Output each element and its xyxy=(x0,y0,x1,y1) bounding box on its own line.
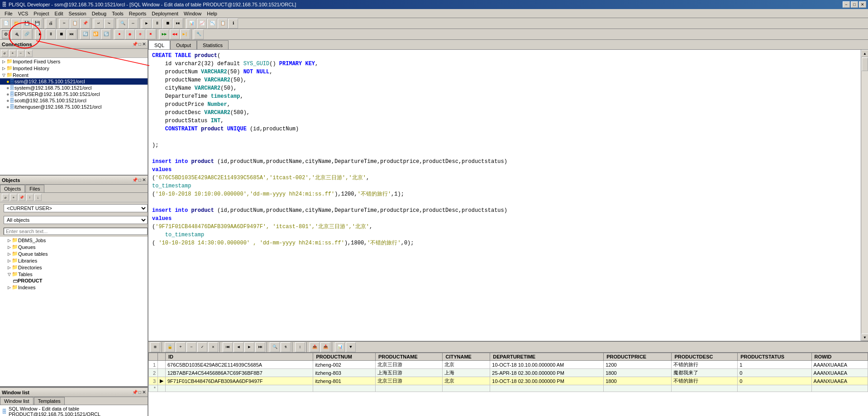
table-cell[interactable]: 上海 xyxy=(443,369,490,377)
toolbar-b9[interactable]: ℹ xyxy=(228,19,238,29)
objects-pin-icon[interactable]: 📌 xyxy=(132,177,138,182)
obj-add-btn[interactable]: + xyxy=(10,194,17,201)
table-cell[interactable]: 10-OCT-18 02.30.00.000000 PM xyxy=(490,377,604,385)
expand-icon[interactable]: ▽ xyxy=(6,272,12,277)
table-cell[interactable]: 0 xyxy=(738,369,811,377)
toolbar-open[interactable]: 📂 xyxy=(11,19,21,29)
dt-import-btn[interactable]: 📥 xyxy=(320,342,330,352)
toolbar-undo[interactable]: ↩ xyxy=(94,19,104,29)
tab-files[interactable]: Files xyxy=(25,185,44,192)
table-cell[interactable]: 1 xyxy=(738,361,811,369)
menu-help[interactable]: Help xyxy=(204,10,220,17)
toolbar2-b9[interactable]: 🔁 xyxy=(91,29,100,39)
table-cell[interactable] xyxy=(443,385,490,392)
table-cell[interactable]: itzheng-801 xyxy=(313,377,376,385)
col-cityname[interactable]: CITYNAME xyxy=(443,353,490,361)
tab-sql[interactable]: SQL xyxy=(148,40,170,49)
obj-queues[interactable]: ▷ 📁 Queues xyxy=(0,244,148,250)
toolbar2-b11[interactable]: 🔧 xyxy=(194,29,204,39)
table-cell[interactable]: 2 xyxy=(149,369,158,377)
obj-b2[interactable]: ↓ xyxy=(34,194,42,201)
connections-pin-icon[interactable]: 📌 xyxy=(132,42,138,47)
toolbar-b2[interactable]: ⏸ xyxy=(152,19,162,29)
toolbar2-red1[interactable]: ● xyxy=(114,29,124,39)
all-objects-dropdown[interactable]: All objects xyxy=(4,216,148,224)
tab-output[interactable]: Output xyxy=(170,40,197,49)
table-cell[interactable]: 1800 xyxy=(604,377,672,385)
dt-del-btn[interactable]: − xyxy=(186,342,196,352)
wl-close-icon[interactable]: ✕ xyxy=(142,390,146,395)
scroll-up-btn[interactable]: ▲ xyxy=(861,50,868,57)
table-cell[interactable] xyxy=(604,385,672,392)
conn-refresh-btn[interactable]: ↺ xyxy=(1,50,8,57)
tab-statistics[interactable]: Statistics xyxy=(197,40,229,49)
expand-icon[interactable]: ▽ xyxy=(1,72,6,78)
obj-b1[interactable]: ↑ xyxy=(26,194,33,201)
obj-product[interactable]: 🗃 PRODUCT xyxy=(0,277,148,284)
expand-icon[interactable]: ▷ xyxy=(6,258,12,263)
dt-last-btn[interactable]: ⏭ xyxy=(255,342,265,352)
table-cell[interactable]: 北京三日游 xyxy=(375,361,442,369)
dt-add-btn[interactable]: + xyxy=(176,342,186,352)
toolbar2-b5[interactable]: ⏸ xyxy=(46,29,56,39)
toolbar2-arr3[interactable]: ▶| xyxy=(180,29,190,39)
menu-debug[interactable]: Debug xyxy=(89,10,109,17)
scroll-down-btn[interactable]: ▼ xyxy=(861,334,868,341)
table-cell[interactable]: AAANXUAAEA xyxy=(811,377,868,385)
table-cell[interactable]: 不错的旅行 xyxy=(672,377,738,385)
toolbar-b5[interactable]: 📊 xyxy=(186,19,196,29)
col-productstatus[interactable]: PRODUCTSTATUS xyxy=(738,353,811,361)
table-cell[interactable]: * xyxy=(149,385,158,392)
dt-prev-btn[interactable]: ◀ xyxy=(234,342,243,352)
toolbar-find[interactable]: 🔍 xyxy=(118,19,128,29)
table-cell[interactable]: AAANXUAAEA xyxy=(811,361,868,369)
table-cell[interactable]: ▶ xyxy=(158,377,166,385)
toolbar-paste[interactable]: 📌 xyxy=(80,19,90,29)
conn-recent[interactable]: ▽ 📁 Recent xyxy=(0,72,148,78)
col-productdesc[interactable]: PRODUCTDESC xyxy=(672,353,738,361)
toolbar-b1[interactable]: ▶ xyxy=(142,19,152,29)
toolbar2-b6[interactable]: ⏹ xyxy=(56,29,66,39)
table-cell[interactable] xyxy=(158,385,166,392)
table-cell[interactable]: 0 xyxy=(738,377,811,385)
menu-tools[interactable]: Tools xyxy=(109,10,126,17)
toolbar2-b2[interactable]: 🔌 xyxy=(11,29,21,39)
table-row[interactable]: 212B7ABF2A4C54456886A7C69F36BF8B7itzheng… xyxy=(149,369,868,377)
menu-window[interactable]: Window xyxy=(181,10,204,17)
toolbar2-b10[interactable]: 🔃 xyxy=(101,29,111,39)
conn-system[interactable]: ● 🗄 system@192.168.75.100:1521/orcl xyxy=(0,85,148,91)
expand-icon[interactable]: ▷ xyxy=(1,59,6,64)
table-cell[interactable]: 1800 xyxy=(604,369,672,377)
obj-indexes[interactable]: ▷ 📁 Indexes xyxy=(0,284,148,291)
table-cell[interactable]: 魔都我来了 xyxy=(672,369,738,377)
menu-deployment[interactable]: Deployment xyxy=(149,10,181,17)
objects-max-icon[interactable]: □ xyxy=(138,177,141,182)
table-cell[interactable]: 不错的旅行 xyxy=(672,361,738,369)
objects-close-icon[interactable]: ✕ xyxy=(142,177,146,182)
expand-icon[interactable]: ▷ xyxy=(6,238,12,243)
dt-export-btn[interactable]: 📤 xyxy=(310,342,320,352)
toolbar-saveas[interactable]: 💾 xyxy=(32,19,42,29)
table-row[interactable]: * xyxy=(149,385,868,392)
toolbar-new[interactable]: 📄 xyxy=(1,19,11,29)
toolbar2-arr2[interactable]: ◀◀ xyxy=(170,29,180,39)
tab-objects[interactable]: Objects xyxy=(0,185,25,192)
connections-max-icon[interactable]: □ xyxy=(138,42,141,47)
conn-ssm[interactable]: ● 🗄 ssm@192.168.75.100:1521/orcl xyxy=(0,78,148,85)
toolbar2-b4[interactable]: ▶ xyxy=(35,29,45,39)
dt-first-btn[interactable]: ⏮ xyxy=(223,342,233,352)
toolbar-replace[interactable]: ↔ xyxy=(128,19,138,29)
maximize-button[interactable]: □ xyxy=(851,1,858,8)
toolbar-cut[interactable]: ✂ xyxy=(59,19,69,29)
toolbar2-b7[interactable]: ⏭ xyxy=(67,29,76,39)
code-area[interactable]: CREATE TABLE product ( id varchar2(32) d… xyxy=(148,50,861,341)
table-cell[interactable]: 1 xyxy=(149,361,158,369)
dt-sort-btn[interactable]: ↕ xyxy=(295,342,305,352)
scroll-thumb[interactable] xyxy=(862,57,868,71)
menu-file[interactable]: File xyxy=(2,10,15,17)
table-cell[interactable]: 上海五日游 xyxy=(375,369,442,377)
col-productprice[interactable]: PRODUCTPRICE xyxy=(604,353,672,361)
search-input[interactable] xyxy=(4,228,148,235)
dt-next-btn[interactable]: ▶ xyxy=(244,342,254,352)
obj-libraries[interactable]: ▷ 📁 Libraries xyxy=(0,257,148,264)
